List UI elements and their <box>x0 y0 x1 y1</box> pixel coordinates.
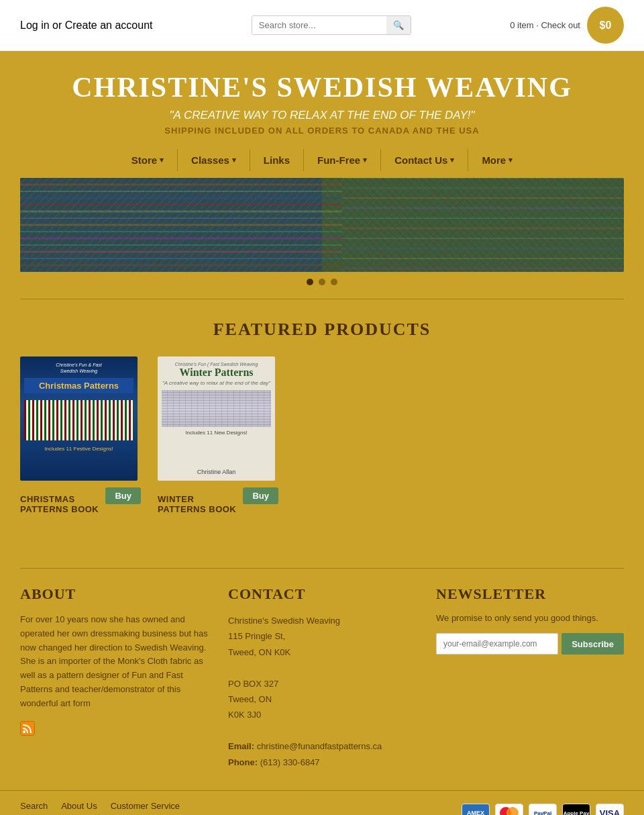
search-bar: 🔍 <box>252 15 411 35</box>
rss-icon[interactable] <box>20 721 35 736</box>
book-winter-author: Christine Allan <box>197 469 236 475</box>
site-title: CHRISTINE'S SWEDISH WEAVING <box>13 71 631 103</box>
book-pattern-decoration <box>24 400 133 440</box>
phone-label: Phone: <box>228 757 258 767</box>
product-card-christmas: Christine's Fun & Fast Swedish Weaving C… <box>20 356 141 528</box>
svg-rect-0 <box>20 178 624 272</box>
carousel-dot-3[interactable] <box>331 279 337 285</box>
contact-email[interactable]: christine@funandfastpatterns.ca <box>257 741 382 751</box>
site-shipping-notice: SHIPPING INCLUDED ON ALL ORDERS TO CANAD… <box>13 126 631 136</box>
carousel-dot-2[interactable] <box>319 279 325 285</box>
cart-total-button[interactable]: $0 <box>587 7 624 44</box>
products-grid: Christine's Fun & Fast Swedish Weaving C… <box>20 356 624 528</box>
carousel-image <box>20 178 624 272</box>
newsletter-promise: We promise to only send you good things. <box>436 613 624 623</box>
bottom-links: Search About Us Customer Service <box>20 801 417 811</box>
create-account-link[interactable]: Create an account <box>65 19 153 31</box>
book-winter-main-title: Winter Patterns <box>179 367 253 379</box>
footer-contact-details: Christine's Swedish Weaving 115 Pringle … <box>228 613 416 770</box>
nav-item-more[interactable]: More ▾ <box>468 149 526 171</box>
carousel[interactable] <box>20 178 624 272</box>
contact-business-name: Christine's Swedish Weaving <box>228 613 416 628</box>
header-auth: Log in or Create an account <box>20 19 152 32</box>
search-input[interactable] <box>252 16 386 34</box>
book-badge: Includes 11 Festive Designs! <box>44 446 113 452</box>
bottom-footer-left: Search About Us Customer Service Copyrig… <box>20 801 417 815</box>
footer-divider <box>20 568 624 569</box>
product-name-winter: WINTER PATTERNS BOOK $25.99 <box>158 487 237 528</box>
contact-address-2: Tweed, ON K0K <box>228 644 416 660</box>
book-main-title: Christmas Patterns <box>24 378 133 393</box>
email-label: Email: <box>228 741 254 751</box>
nav-bar: Store ▾ Classes ▾ Links Fun-Free ▾ Conta… <box>0 146 644 178</box>
footer-newsletter-title: NEWSLETTER <box>436 585 624 603</box>
cart-info: 0 item · Check out <box>510 20 580 30</box>
footer-contact-title: CONTACT <box>228 585 416 603</box>
book-winter-pattern <box>162 390 271 427</box>
contact-postal: K0K 3J0 <box>228 707 416 722</box>
cart-items-count: 0 item <box>510 20 533 30</box>
log-in-link[interactable]: Log in <box>20 19 50 31</box>
search-button[interactable]: 🔍 <box>386 16 411 34</box>
amex-icon: AMEX <box>462 804 490 815</box>
nav-item-links[interactable]: Links <box>250 149 304 171</box>
contact-email-row: Email: christine@funandfastpatterns.ca <box>228 738 416 754</box>
bottom-link-search[interactable]: Search <box>20 801 48 811</box>
footer-contact-section: CONTACT Christine's Swedish Weaving 115 … <box>228 585 416 770</box>
product-info-winter: WINTER PATTERNS BOOK $25.99 Buy <box>158 487 278 528</box>
footer-about-title: ABOUT <box>20 585 208 603</box>
carousel-svg <box>20 178 624 272</box>
main-content: FEATURED PRODUCTS Christine's Fun & Fast… <box>0 178 644 541</box>
nav-item-store[interactable]: Store ▾ <box>118 149 178 171</box>
nav-item-contact-us[interactable]: Contact Us ▾ <box>381 149 468 171</box>
nav-item-classes[interactable]: Classes ▾ <box>178 149 250 171</box>
site-tagline: "A CREATIVE WAY TO RELAX AT THE END OF T… <box>13 109 631 122</box>
book-winter-badge: Includes 11 New Designs! <box>185 430 248 436</box>
footer: ABOUT For over 10 years now she has owne… <box>0 548 644 790</box>
contact-phone: (613) 330-6847 <box>260 757 320 767</box>
book-winter-small-title: Christine's Fun ( Fast Swedish Weaving <box>175 362 258 367</box>
section-divider <box>20 299 624 299</box>
bottom-link-about[interactable]: About Us <box>61 801 97 811</box>
product-name-christmas: CHRISTMAS PATTERNS BOOK $25.99 <box>20 487 100 528</box>
chevron-down-icon: ▾ <box>232 156 236 164</box>
newsletter-email-input[interactable] <box>436 633 558 655</box>
cart-area: 0 item · Check out $0 <box>510 7 624 44</box>
payment-icons: AMEX PayPal Apple Pay VISA <box>462 804 624 815</box>
footer-about-text: For over 10 years now she has owned and … <box>20 613 208 711</box>
contact-po-box: PO BOX 327 <box>228 676 416 691</box>
svg-point-26 <box>23 730 25 733</box>
mastercard-icon <box>495 804 523 815</box>
book-small-title: Christine's Fun & Fast Swedish Weaving <box>56 362 102 374</box>
bottom-link-customer-service[interactable]: Customer Service <box>111 801 180 811</box>
product-card-winter: Christine's Fun ( Fast Swedish Weaving W… <box>158 356 278 528</box>
paypal-icon: PayPal <box>529 804 557 815</box>
svg-rect-1 <box>20 178 322 272</box>
product-image-christmas[interactable]: Christine's Fun & Fast Swedish Weaving C… <box>20 356 138 481</box>
footer-grid: ABOUT For over 10 years now she has owne… <box>20 585 624 770</box>
chevron-down-icon: ▾ <box>363 156 367 164</box>
subscribe-button[interactable]: Subscribe <box>561 633 624 655</box>
chevron-down-icon: ▾ <box>450 156 454 164</box>
product-image-winter[interactable]: Christine's Fun ( Fast Swedish Weaving W… <box>158 356 275 481</box>
cart-checkout-text[interactable]: Check out <box>541 20 580 30</box>
carousel-dots <box>20 272 624 292</box>
featured-products-title: FEATURED PRODUCTS <box>20 320 624 340</box>
auth-or: or <box>52 19 62 31</box>
newsletter-form: Subscribe <box>436 633 624 655</box>
product-info-christmas: CHRISTMAS PATTERNS BOOK $25.99 Buy <box>20 487 141 528</box>
featured-products-section: FEATURED PRODUCTS Christine's Fun & Fast… <box>20 306 624 541</box>
footer-newsletter-section: NEWSLETTER We promise to only send you g… <box>436 585 624 770</box>
buy-christmas-button[interactable]: Buy <box>105 487 141 504</box>
book-winter-tagline: "A creative way to relax at the end of t… <box>162 380 270 386</box>
apple-pay-icon: Apple Pay <box>562 804 590 815</box>
chevron-down-icon: ▾ <box>160 156 164 164</box>
buy-winter-button[interactable]: Buy <box>243 487 278 504</box>
bottom-footer: Search About Us Customer Service Copyrig… <box>0 790 644 815</box>
contact-city: Tweed, ON <box>228 691 416 707</box>
footer-about-section: ABOUT For over 10 years now she has owne… <box>20 585 208 770</box>
nav-item-fun-free[interactable]: Fun-Free ▾ <box>304 149 381 171</box>
carousel-dot-1[interactable] <box>307 279 313 285</box>
visa-icon: VISA <box>596 804 624 815</box>
chevron-down-icon: ▾ <box>508 156 513 164</box>
